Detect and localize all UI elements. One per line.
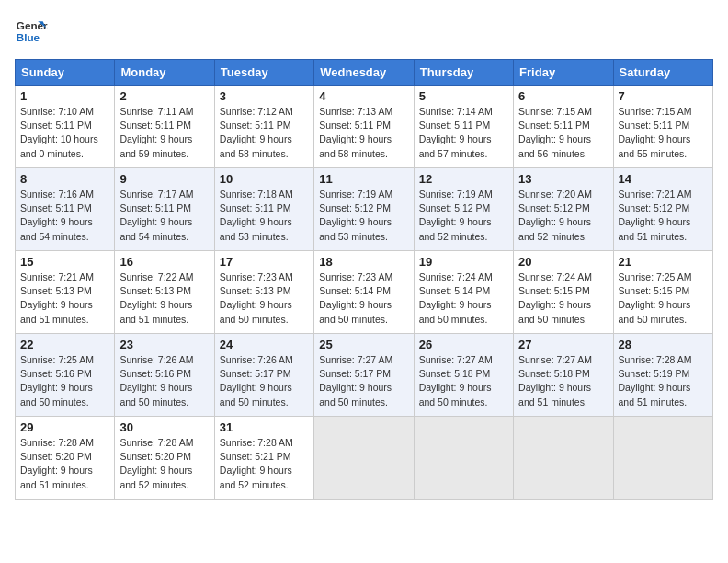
logo-icon: General Blue: [15, 15, 48, 48]
calendar-week-1: 1 Sunrise: 7:10 AMSunset: 5:11 PMDayligh…: [16, 86, 713, 168]
day-info: Sunrise: 7:19 AMSunset: 5:12 PMDaylight:…: [419, 188, 508, 244]
calendar-cell: 12 Sunrise: 7:19 AMSunset: 5:12 PMDaylig…: [414, 168, 513, 251]
day-number: 7: [619, 89, 708, 103]
calendar-table: SundayMondayTuesdayWednesdayThursdayFrid…: [15, 59, 713, 500]
day-number: 10: [220, 172, 309, 186]
calendar-cell: 18 Sunrise: 7:23 AMSunset: 5:14 PMDaylig…: [314, 251, 414, 334]
day-number: 14: [619, 172, 708, 186]
day-number: 5: [419, 89, 508, 103]
calendar-cell: 19 Sunrise: 7:24 AMSunset: 5:14 PMDaylig…: [414, 251, 513, 334]
day-info: Sunrise: 7:27 AMSunset: 5:18 PMDaylight:…: [419, 353, 508, 409]
weekday-header-sunday: Sunday: [16, 60, 115, 86]
calendar-cell: 8 Sunrise: 7:16 AMSunset: 5:11 PMDayligh…: [16, 168, 115, 251]
day-info: Sunrise: 7:23 AMSunset: 5:13 PMDaylight:…: [220, 270, 309, 327]
day-info: Sunrise: 7:21 AMSunset: 5:13 PMDaylight:…: [20, 270, 109, 327]
calendar-cell: 3 Sunrise: 7:12 AMSunset: 5:11 PMDayligh…: [214, 86, 313, 168]
calendar-cell: 29 Sunrise: 7:28 AMSunset: 5:20 PMDaylig…: [16, 417, 115, 500]
day-number: 25: [319, 338, 408, 351]
day-number: 26: [419, 338, 508, 351]
svg-text:Blue: Blue: [17, 31, 40, 43]
day-info: Sunrise: 7:26 AMSunset: 5:16 PMDaylight:…: [119, 353, 209, 409]
day-info: Sunrise: 7:21 AMSunset: 5:12 PMDaylight:…: [619, 188, 708, 244]
day-number: 11: [319, 172, 408, 186]
calendar-cell: 26 Sunrise: 7:27 AMSunset: 5:18 PMDaylig…: [414, 334, 513, 417]
calendar-week-2: 8 Sunrise: 7:16 AMSunset: 5:11 PMDayligh…: [16, 168, 713, 251]
day-info: Sunrise: 7:28 AMSunset: 5:19 PMDaylight:…: [619, 353, 708, 409]
day-number: 3: [220, 89, 309, 103]
calendar-week-5: 29 Sunrise: 7:28 AMSunset: 5:20 PMDaylig…: [16, 417, 713, 500]
calendar-cell: 6 Sunrise: 7:15 AMSunset: 5:11 PMDayligh…: [514, 86, 613, 168]
weekday-header-thursday: Thursday: [414, 60, 513, 86]
calendar-cell: 14 Sunrise: 7:21 AMSunset: 5:12 PMDaylig…: [613, 168, 712, 251]
day-info: Sunrise: 7:14 AMSunset: 5:11 PMDaylight:…: [419, 105, 508, 161]
weekday-header-monday: Monday: [115, 60, 214, 86]
day-info: Sunrise: 7:28 AMSunset: 5:20 PMDaylight:…: [119, 436, 209, 492]
calendar-cell: 22 Sunrise: 7:25 AMSunset: 5:16 PMDaylig…: [16, 334, 115, 417]
calendar-cell: 23 Sunrise: 7:26 AMSunset: 5:16 PMDaylig…: [115, 334, 214, 417]
calendar-cell: 5 Sunrise: 7:14 AMSunset: 5:11 PMDayligh…: [414, 86, 513, 168]
day-info: Sunrise: 7:17 AMSunset: 5:11 PMDaylight:…: [119, 188, 209, 244]
weekday-header-friday: Friday: [514, 60, 613, 86]
calendar-cell: 27 Sunrise: 7:27 AMSunset: 5:18 PMDaylig…: [514, 334, 613, 417]
day-number: 24: [220, 338, 309, 351]
day-number: 17: [220, 255, 309, 269]
day-number: 4: [319, 89, 408, 103]
day-number: 20: [518, 255, 608, 269]
day-info: Sunrise: 7:26 AMSunset: 5:17 PMDaylight:…: [220, 353, 309, 409]
weekday-header-saturday: Saturday: [613, 60, 712, 86]
day-number: 30: [119, 420, 209, 434]
calendar-cell: 15 Sunrise: 7:21 AMSunset: 5:13 PMDaylig…: [16, 251, 115, 334]
calendar-cell: 30 Sunrise: 7:28 AMSunset: 5:20 PMDaylig…: [115, 417, 214, 500]
day-info: Sunrise: 7:20 AMSunset: 5:12 PMDaylight:…: [518, 188, 608, 244]
page-header: General Blue: [15, 15, 713, 48]
calendar-cell: 13 Sunrise: 7:20 AMSunset: 5:12 PMDaylig…: [514, 168, 613, 251]
day-info: Sunrise: 7:15 AMSunset: 5:11 PMDaylight:…: [619, 105, 708, 161]
day-info: Sunrise: 7:22 AMSunset: 5:13 PMDaylight:…: [119, 270, 209, 327]
calendar-header: SundayMondayTuesdayWednesdayThursdayFrid…: [16, 60, 713, 86]
day-info: Sunrise: 7:24 AMSunset: 5:14 PMDaylight:…: [419, 270, 508, 327]
day-number: 1: [20, 89, 109, 103]
day-number: 21: [619, 255, 708, 269]
day-info: Sunrise: 7:10 AMSunset: 5:11 PMDaylight:…: [20, 105, 109, 161]
day-number: 27: [518, 338, 608, 351]
day-number: 15: [20, 255, 109, 269]
calendar-cell: 20 Sunrise: 7:24 AMSunset: 5:15 PMDaylig…: [514, 251, 613, 334]
day-number: 28: [619, 338, 708, 351]
day-number: 23: [119, 338, 209, 351]
calendar-cell: 24 Sunrise: 7:26 AMSunset: 5:17 PMDaylig…: [214, 334, 313, 417]
day-number: 8: [20, 172, 109, 186]
day-info: Sunrise: 7:25 AMSunset: 5:15 PMDaylight:…: [619, 270, 708, 327]
weekday-header-wednesday: Wednesday: [314, 60, 414, 86]
calendar-week-4: 22 Sunrise: 7:25 AMSunset: 5:16 PMDaylig…: [16, 334, 713, 417]
day-number: 13: [518, 172, 608, 186]
day-info: Sunrise: 7:27 AMSunset: 5:18 PMDaylight:…: [518, 353, 608, 409]
calendar-cell: 16 Sunrise: 7:22 AMSunset: 5:13 PMDaylig…: [115, 251, 214, 334]
day-number: 9: [119, 172, 209, 186]
day-number: 22: [20, 338, 109, 351]
day-info: Sunrise: 7:28 AMSunset: 5:20 PMDaylight:…: [20, 436, 109, 492]
day-number: 19: [419, 255, 508, 269]
day-info: Sunrise: 7:16 AMSunset: 5:11 PMDaylight:…: [20, 188, 109, 244]
day-info: Sunrise: 7:13 AMSunset: 5:11 PMDaylight:…: [319, 105, 408, 161]
day-info: Sunrise: 7:24 AMSunset: 5:15 PMDaylight:…: [518, 270, 608, 327]
day-number: 2: [119, 89, 209, 103]
calendar-cell: 17 Sunrise: 7:23 AMSunset: 5:13 PMDaylig…: [214, 251, 313, 334]
day-info: Sunrise: 7:18 AMSunset: 5:11 PMDaylight:…: [220, 188, 309, 244]
day-number: 12: [419, 172, 508, 186]
calendar-week-3: 15 Sunrise: 7:21 AMSunset: 5:13 PMDaylig…: [16, 251, 713, 334]
day-number: 29: [20, 420, 109, 434]
day-info: Sunrise: 7:28 AMSunset: 5:21 PMDaylight:…: [220, 436, 309, 492]
day-info: Sunrise: 7:23 AMSunset: 5:14 PMDaylight:…: [319, 270, 408, 327]
calendar-cell: 1 Sunrise: 7:10 AMSunset: 5:11 PMDayligh…: [16, 86, 115, 168]
calendar-cell: 11 Sunrise: 7:19 AMSunset: 5:12 PMDaylig…: [314, 168, 414, 251]
calendar-cell: [414, 417, 513, 500]
calendar-cell: 2 Sunrise: 7:11 AMSunset: 5:11 PMDayligh…: [115, 86, 214, 168]
day-info: Sunrise: 7:19 AMSunset: 5:12 PMDaylight:…: [319, 188, 408, 244]
calendar-cell: 21 Sunrise: 7:25 AMSunset: 5:15 PMDaylig…: [613, 251, 712, 334]
day-number: 18: [319, 255, 408, 269]
calendar-body: 1 Sunrise: 7:10 AMSunset: 5:11 PMDayligh…: [16, 86, 713, 500]
day-number: 6: [518, 89, 608, 103]
calendar-cell: [314, 417, 414, 500]
day-info: Sunrise: 7:15 AMSunset: 5:11 PMDaylight:…: [518, 105, 608, 161]
calendar-cell: [613, 417, 712, 500]
